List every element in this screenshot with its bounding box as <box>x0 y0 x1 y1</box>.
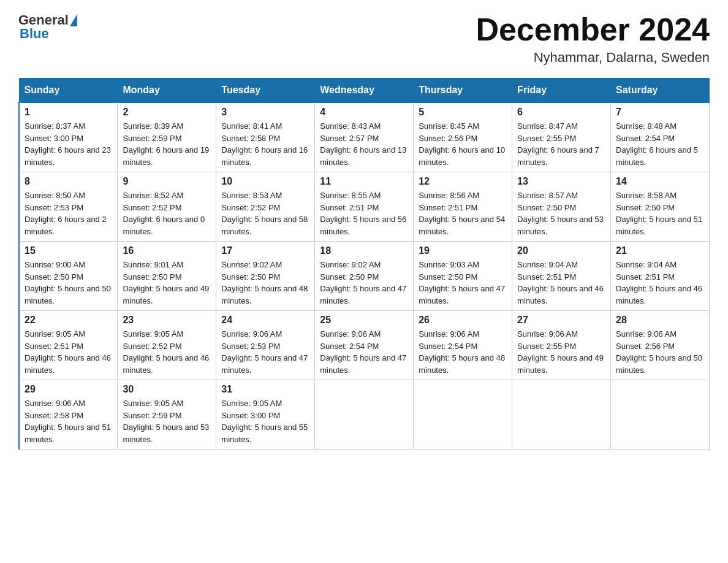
day-number: 13 <box>517 176 605 187</box>
calendar-subtitle: Nyhammar, Dalarna, Sweden <box>476 50 710 66</box>
calendar-cell: 14Sunrise: 8:58 AMSunset: 2:50 PMDayligh… <box>611 172 710 242</box>
calendar-cell: 26Sunrise: 9:06 AMSunset: 2:54 PMDayligh… <box>414 311 512 380</box>
day-number: 23 <box>123 315 211 326</box>
calendar-cell: 18Sunrise: 9:02 AMSunset: 2:50 PMDayligh… <box>315 242 414 311</box>
day-info: Sunrise: 8:55 AMSunset: 2:51 PMDaylight:… <box>320 190 408 237</box>
logo-triangle-icon <box>70 14 77 26</box>
day-info: Sunrise: 9:06 AMSunset: 2:55 PMDaylight:… <box>517 328 605 376</box>
calendar-cell: 5Sunrise: 8:45 AMSunset: 2:56 PMDaylight… <box>414 102 512 172</box>
calendar-cell: 17Sunrise: 9:02 AMSunset: 2:50 PMDayligh… <box>216 242 315 311</box>
day-info: Sunrise: 9:05 AMSunset: 3:00 PMDaylight:… <box>221 397 309 445</box>
calendar-cell: 2Sunrise: 8:39 AMSunset: 2:59 PMDaylight… <box>118 102 216 172</box>
day-info: Sunrise: 9:05 AMSunset: 2:59 PMDaylight:… <box>123 397 211 445</box>
calendar-cell: 25Sunrise: 9:06 AMSunset: 2:54 PMDayligh… <box>315 311 414 380</box>
day-info: Sunrise: 8:47 AMSunset: 2:55 PMDaylight:… <box>517 120 605 168</box>
day-info: Sunrise: 9:06 AMSunset: 2:56 PMDaylight:… <box>616 328 704 376</box>
calendar-week-row: 15Sunrise: 9:00 AMSunset: 2:50 PMDayligh… <box>19 242 710 311</box>
day-info: Sunrise: 9:01 AMSunset: 2:50 PMDaylight:… <box>123 259 211 307</box>
day-number: 6 <box>517 107 605 118</box>
day-number: 26 <box>419 315 507 326</box>
page-header: General Blue December 2024 Nyhammar, Dal… <box>18 12 710 66</box>
day-info: Sunrise: 8:43 AMSunset: 2:57 PMDaylight:… <box>320 120 408 168</box>
day-info: Sunrise: 8:50 AMSunset: 2:53 PMDaylight:… <box>25 190 112 237</box>
day-number: 10 <box>221 176 309 187</box>
calendar-cell: 3Sunrise: 8:41 AMSunset: 2:58 PMDaylight… <box>216 102 315 172</box>
calendar-cell <box>315 380 414 450</box>
calendar-cell: 16Sunrise: 9:01 AMSunset: 2:50 PMDayligh… <box>118 242 216 311</box>
calendar-header-row: SundayMondayTuesdayWednesdayThursdayFrid… <box>19 79 710 103</box>
day-number: 19 <box>419 245 507 256</box>
calendar-cell: 28Sunrise: 9:06 AMSunset: 2:56 PMDayligh… <box>611 311 710 380</box>
day-info: Sunrise: 9:04 AMSunset: 2:51 PMDaylight:… <box>616 259 704 307</box>
calendar-cell: 30Sunrise: 9:05 AMSunset: 2:59 PMDayligh… <box>118 380 216 450</box>
calendar-cell: 4Sunrise: 8:43 AMSunset: 2:57 PMDaylight… <box>315 102 414 172</box>
column-header-wednesday: Wednesday <box>315 79 414 103</box>
calendar-cell: 1Sunrise: 8:37 AMSunset: 3:00 PMDaylight… <box>19 102 118 172</box>
day-info: Sunrise: 9:05 AMSunset: 2:52 PMDaylight:… <box>123 328 211 376</box>
calendar-cell <box>611 380 710 450</box>
day-info: Sunrise: 9:03 AMSunset: 2:50 PMDaylight:… <box>419 259 507 307</box>
calendar-week-row: 22Sunrise: 9:05 AMSunset: 2:51 PMDayligh… <box>19 311 710 380</box>
day-number: 11 <box>320 176 408 187</box>
calendar-table: SundayMondayTuesdayWednesdayThursdayFrid… <box>18 78 710 450</box>
day-number: 8 <box>25 176 112 187</box>
day-info: Sunrise: 8:52 AMSunset: 2:52 PMDaylight:… <box>123 190 211 237</box>
day-number: 16 <box>123 245 211 256</box>
day-number: 4 <box>320 107 408 118</box>
day-number: 20 <box>517 245 605 256</box>
day-number: 27 <box>517 315 605 326</box>
day-number: 25 <box>320 315 408 326</box>
day-number: 18 <box>320 245 408 256</box>
calendar-cell: 9Sunrise: 8:52 AMSunset: 2:52 PMDaylight… <box>118 172 216 242</box>
calendar-cell: 22Sunrise: 9:05 AMSunset: 2:51 PMDayligh… <box>19 311 118 380</box>
day-number: 7 <box>616 107 704 118</box>
calendar-cell: 24Sunrise: 9:06 AMSunset: 2:53 PMDayligh… <box>216 311 315 380</box>
day-number: 5 <box>419 107 507 118</box>
day-number: 2 <box>123 107 211 118</box>
calendar-title: December 2024 <box>476 12 710 47</box>
day-number: 28 <box>616 315 704 326</box>
day-info: Sunrise: 9:04 AMSunset: 2:51 PMDaylight:… <box>517 259 605 307</box>
day-info: Sunrise: 8:41 AMSunset: 2:58 PMDaylight:… <box>221 120 309 168</box>
day-info: Sunrise: 9:06 AMSunset: 2:54 PMDaylight:… <box>320 328 408 376</box>
day-number: 30 <box>123 384 211 395</box>
calendar-week-row: 29Sunrise: 9:06 AMSunset: 2:58 PMDayligh… <box>19 380 710 450</box>
calendar-cell: 11Sunrise: 8:55 AMSunset: 2:51 PMDayligh… <box>315 172 414 242</box>
day-number: 24 <box>221 315 309 326</box>
calendar-cell <box>512 380 611 450</box>
column-header-thursday: Thursday <box>414 79 512 103</box>
calendar-cell: 15Sunrise: 9:00 AMSunset: 2:50 PMDayligh… <box>19 242 118 311</box>
calendar-cell: 7Sunrise: 8:48 AMSunset: 2:54 PMDaylight… <box>611 102 710 172</box>
day-number: 21 <box>616 245 704 256</box>
column-header-friday: Friday <box>512 79 611 103</box>
calendar-cell: 19Sunrise: 9:03 AMSunset: 2:50 PMDayligh… <box>414 242 512 311</box>
day-number: 31 <box>221 384 309 395</box>
title-block: December 2024 Nyhammar, Dalarna, Sweden <box>476 12 710 66</box>
calendar-week-row: 8Sunrise: 8:50 AMSunset: 2:53 PMDaylight… <box>19 172 710 242</box>
day-info: Sunrise: 9:06 AMSunset: 2:54 PMDaylight:… <box>419 328 507 376</box>
day-number: 29 <box>25 384 112 395</box>
day-info: Sunrise: 9:02 AMSunset: 2:50 PMDaylight:… <box>320 259 408 307</box>
day-number: 22 <box>25 315 112 326</box>
logo-blue-text: Blue <box>20 26 49 42</box>
day-info: Sunrise: 9:00 AMSunset: 2:50 PMDaylight:… <box>25 259 112 307</box>
day-info: Sunrise: 8:37 AMSunset: 3:00 PMDaylight:… <box>25 120 112 168</box>
day-info: Sunrise: 8:58 AMSunset: 2:50 PMDaylight:… <box>616 190 704 237</box>
day-info: Sunrise: 9:02 AMSunset: 2:50 PMDaylight:… <box>221 259 309 307</box>
day-number: 9 <box>123 176 211 187</box>
column-header-tuesday: Tuesday <box>216 79 315 103</box>
day-number: 17 <box>221 245 309 256</box>
day-info: Sunrise: 8:39 AMSunset: 2:59 PMDaylight:… <box>123 120 211 168</box>
calendar-cell: 27Sunrise: 9:06 AMSunset: 2:55 PMDayligh… <box>512 311 611 380</box>
day-info: Sunrise: 8:56 AMSunset: 2:51 PMDaylight:… <box>419 190 507 237</box>
calendar-cell: 23Sunrise: 9:05 AMSunset: 2:52 PMDayligh… <box>118 311 216 380</box>
calendar-cell <box>414 380 512 450</box>
calendar-cell: 31Sunrise: 9:05 AMSunset: 3:00 PMDayligh… <box>216 380 315 450</box>
calendar-cell: 13Sunrise: 8:57 AMSunset: 2:50 PMDayligh… <box>512 172 611 242</box>
column-header-monday: Monday <box>118 79 216 103</box>
calendar-cell: 21Sunrise: 9:04 AMSunset: 2:51 PMDayligh… <box>611 242 710 311</box>
day-number: 15 <box>25 245 112 256</box>
day-info: Sunrise: 8:45 AMSunset: 2:56 PMDaylight:… <box>419 120 507 168</box>
calendar-cell: 12Sunrise: 8:56 AMSunset: 2:51 PMDayligh… <box>414 172 512 242</box>
column-header-saturday: Saturday <box>611 79 710 103</box>
